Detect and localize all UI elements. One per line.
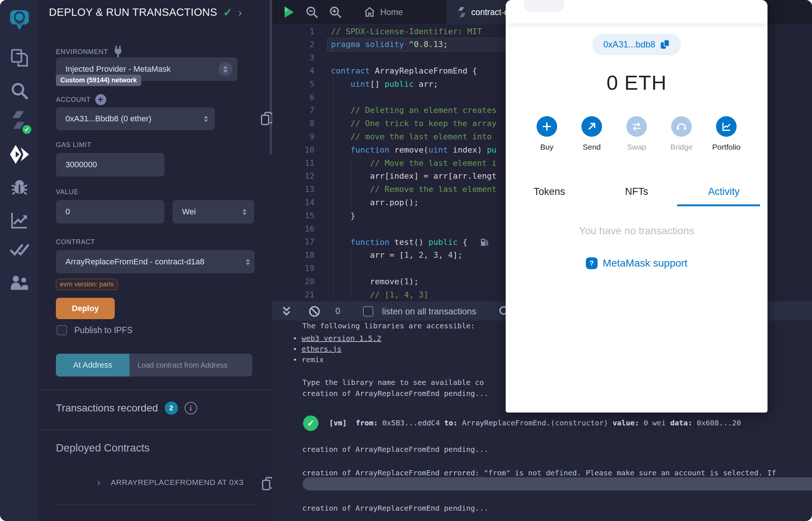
tab-tokens[interactable]: Tokens (506, 181, 593, 203)
code-text: arr = [1, 2, 3, 4]; (331, 250, 463, 260)
plug-icon[interactable] (113, 46, 124, 58)
panel-check-icon: ✓ (223, 6, 232, 19)
tab-home[interactable]: Home (353, 0, 414, 25)
gas-limit-label: GAS LIMIT (56, 141, 91, 149)
line-number: 4 (272, 66, 314, 75)
analytics-icon[interactable] (0, 210, 39, 230)
panel-scrollbar[interactable] (270, 0, 272, 154)
plugin-manager-icon[interactable] (0, 274, 39, 292)
at-address-input[interactable]: Load contract from Address (129, 354, 252, 377)
terminal-horizontal-scrollbar[interactable] (303, 477, 812, 490)
code-text: } (331, 211, 355, 220)
listen-transactions-checkbox[interactable] (363, 306, 373, 317)
code-text: // Deleting an element creates (331, 106, 496, 115)
portfolio-button[interactable]: Portfolio (716, 116, 737, 151)
deploy-and-run-icon[interactable] (0, 143, 39, 165)
search-icon[interactable] (0, 82, 39, 100)
code-text: // Remove the last element (331, 185, 496, 194)
metamask-network-pill[interactable] (523, 0, 565, 12)
support-question-icon: ? (586, 257, 598, 269)
value-unit-select[interactable]: Wei (172, 200, 254, 224)
code-text: // [1, 4, 3] (331, 290, 428, 299)
code-text: remove(1); (331, 277, 419, 286)
solidity-compiler-icon[interactable]: ✓ (0, 109, 39, 132)
code-text: function remove(uint index) pu (331, 145, 496, 154)
publish-ipfs-label: Publish to IPFS (74, 325, 133, 335)
debugger-icon[interactable] (0, 177, 39, 197)
bridge-icon (671, 116, 692, 137)
transactions-info-icon[interactable]: i (185, 402, 197, 414)
terminal-library-link[interactable]: • web3 version 1.5.2 (293, 334, 381, 343)
transactions-count-badge: 2 (165, 402, 178, 415)
code-text: arr.pop(); (331, 198, 419, 207)
buy-button[interactable]: Buy (537, 116, 557, 151)
value-label: VALUE (56, 188, 79, 196)
swap-icon (626, 116, 647, 137)
transaction-success-icon[interactable]: ✓ (303, 415, 318, 431)
page-title: DEPLOY & RUN TRANSACTIONS (49, 6, 217, 18)
deployed-item-label: ARRAYREPLACEFROMEND AT 0X3 (111, 478, 243, 487)
deployed-contracts-label: Deployed Contracts (56, 442, 150, 454)
line-number: 14 (272, 198, 314, 207)
code-text: // move the last element into (331, 132, 492, 141)
send-button[interactable]: Send (581, 116, 602, 151)
run-script-icon[interactable] (282, 6, 295, 19)
terminal-log-line: The following libraries are accessible: (302, 321, 475, 330)
publish-ipfs-checkbox[interactable] (57, 325, 67, 335)
collapse-terminal-icon[interactable] (281, 306, 292, 317)
line-number: 1 (272, 27, 314, 36)
terminal-log-line: creation of ArrayReplaceFromEnd errored:… (302, 468, 776, 477)
metamask-popup: 0xA31...bdb8 0 ETH BuySendSwapBridgePort… (506, 0, 768, 413)
plus-icon (537, 116, 557, 137)
line-number: 20 (272, 277, 314, 286)
account-select[interactable]: 0xA31...Bbdb8 (0 ether) (56, 107, 215, 130)
code-text: function test() public { (331, 237, 489, 247)
terminal-bullet-line: • remix (293, 355, 324, 364)
deployed-item-expand-icon[interactable]: › (97, 477, 100, 488)
active-tab-underline (677, 204, 760, 206)
portfolio-chart-icon (716, 116, 737, 137)
code-text: // Move the last element i (331, 158, 496, 168)
value-input[interactable]: 0 (56, 200, 164, 224)
transactions-recorded-label: Transactions recorded (56, 402, 158, 414)
file-explorer-icon[interactable] (0, 48, 39, 68)
at-address-button[interactable]: At Address (56, 354, 129, 377)
tab-nfts[interactable]: NFTs (593, 181, 680, 203)
line-number: 2 (272, 40, 314, 49)
metamask-address: 0xA31...bdb8 (603, 39, 655, 50)
listen-transactions-label: listen on all transactions (382, 306, 476, 317)
line-number: 15 (272, 211, 314, 220)
line-number: 19 (272, 264, 314, 273)
account-value: 0xA31...Bbdb8 (0 ether) (65, 114, 152, 124)
remix-logo[interactable] (0, 5, 39, 34)
code-text: // SPDX-License-Identifier: MIT (331, 27, 482, 36)
tab-activity[interactable]: Activity (680, 181, 768, 203)
copy-account-icon[interactable] (260, 111, 274, 126)
contract-select[interactable]: ArrayReplaceFromEnd - contract-d1a8 (56, 250, 254, 274)
deploy-button[interactable]: Deploy (56, 298, 115, 319)
network-badge: Custom (59144) network (56, 75, 141, 86)
line-number: 10 (272, 145, 314, 154)
home-icon (364, 7, 375, 17)
terminal-library-link[interactable]: • ethers.js (293, 345, 341, 353)
gas-limit-input[interactable]: 3000000 (56, 153, 164, 176)
zoom-out-icon[interactable] (305, 6, 318, 19)
compiled-check-badge: ✓ (21, 124, 32, 135)
line-number: 12 (272, 171, 314, 181)
metamask-support-link[interactable]: ? MetaMask support (506, 257, 768, 269)
bridge-button[interactable]: Bridge (671, 116, 692, 151)
metamask-address-pill[interactable]: 0xA31...bdb8 (592, 34, 681, 55)
code-text: pragma solidity ^0.8.13; (331, 40, 448, 49)
line-number: 21 (272, 290, 314, 299)
clear-terminal-icon[interactable] (308, 305, 321, 318)
line-number: 6 (272, 93, 314, 102)
unit-testing-icon[interactable] (0, 242, 39, 258)
contract-label: CONTRACT (56, 238, 95, 246)
line-number: 18 (272, 250, 314, 260)
panel-chevron-right-icon[interactable]: › (238, 6, 242, 19)
swap-button[interactable]: Swap (626, 116, 647, 151)
add-account-icon[interactable]: + (95, 94, 106, 105)
environment-updown-icon[interactable] (218, 62, 232, 76)
zoom-in-icon[interactable] (329, 6, 342, 19)
code-text: arr[index] = arr[arr.lengt (331, 171, 496, 181)
